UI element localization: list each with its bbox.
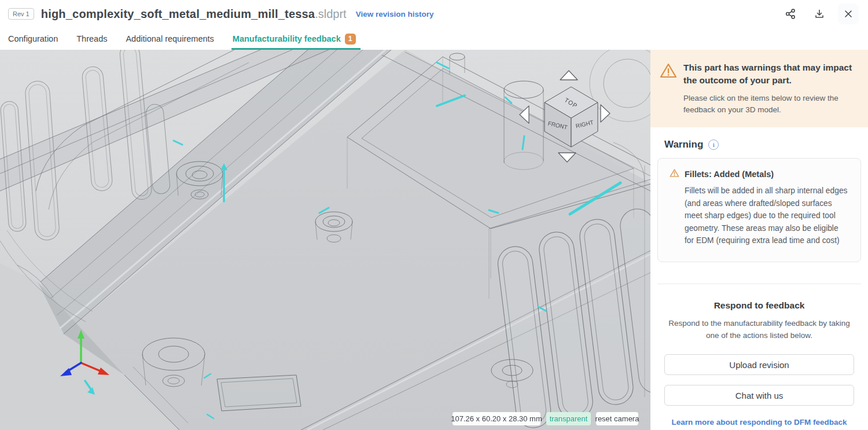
warning-banner-subtitle: Please click on the items below to revie… [683,93,855,116]
transparency-toggle[interactable]: transparent [546,412,591,425]
close-icon[interactable] [838,3,859,24]
file-name: high_complexity_soft_metal_medium_mill_t… [41,8,315,21]
warning-triangle-icon [660,61,677,116]
warning-item-fillets[interactable]: Fillets: Added (Metals) Fillets will be … [657,158,861,262]
warning-item-description: Fillets will be added in all sharp inter… [685,185,849,247]
respond-section: Respond to feedback Respond to the manuf… [650,284,868,427]
cad-model-render[interactable]: TOP FRONT RIGHT [0,50,650,430]
feedback-panel: This part has warnings that may impact t… [650,50,868,430]
tab-threads[interactable]: Threads [76,28,107,50]
warning-item-title: Fillets: Added (Metals) [685,170,774,179]
dfm-learn-more-link[interactable]: Learn more about responding to DFM feedb… [671,418,847,427]
respond-title: Respond to feedback [664,300,854,311]
cad-viewport[interactable]: TOP FRONT RIGHT 107.26 x 60.20 x 28.30 m… [0,50,650,430]
bounding-box-dimensions: 107.26 x 60.20 x 28.30 mm [453,412,540,425]
tab-bar: Configuration Threads Additional require… [0,28,868,50]
tab-additional-requirements[interactable]: Additional requirements [126,28,214,50]
reset-camera-button[interactable]: reset camera [596,412,638,425]
rect-slot [217,375,301,411]
warning-banner-title: This part has warnings that may impact t… [683,61,855,87]
download-icon[interactable] [809,3,830,24]
chat-with-us-button[interactable]: Chat with us [664,385,854,406]
tab-manufacturability-feedback[interactable]: Manufacturability feedback 1 [233,28,356,50]
title-bar: Rev 1 high_complexity_soft_metal_medium_… [0,0,868,28]
revision-badge: Rev 1 [8,8,34,20]
file-extension: .sldprt [315,8,346,21]
feedback-count-badge: 1 [345,34,356,45]
info-icon[interactable]: i [708,139,719,150]
share-icon[interactable] [780,3,801,24]
warning-item-triangle-icon [670,168,679,180]
warning-section-title: Warning [664,139,703,150]
view-revision-history-link[interactable]: View revision history [356,10,434,19]
respond-description: Respond to the manufacturability feedbac… [664,318,854,342]
warning-banner: This part has warnings that may impact t… [650,50,868,127]
upload-revision-button[interactable]: Upload revision [664,354,854,375]
tab-configuration[interactable]: Configuration [8,28,58,50]
